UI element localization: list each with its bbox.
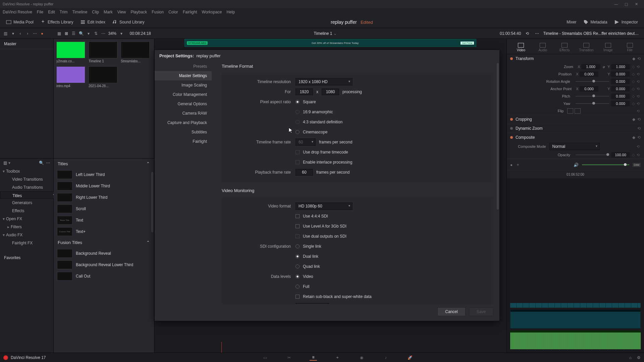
tab-file[interactable]: File <box>619 41 641 54</box>
speaker-icon[interactable]: 🔊 <box>574 163 579 167</box>
clip-thumb[interactable]: y2mate.co... <box>56 42 85 63</box>
clip-thumb[interactable]: Streamlabs... <box>121 42 150 63</box>
menu-item[interactable]: Help <box>226 10 235 14</box>
title-item[interactable]: Background Reveal Lower Third <box>54 259 154 270</box>
menu-item[interactable]: Fairlight <box>183 10 197 14</box>
cat-fairlight[interactable]: Fairlight <box>155 137 212 146</box>
reset-icon[interactable]: ⟲ <box>637 135 641 140</box>
reset-icon[interactable]: ⟲ <box>635 65 641 69</box>
title-item[interactable]: Custom TitleText+ <box>54 226 154 237</box>
tree-filters[interactable]: Filters <box>0 223 53 231</box>
pos-x-input[interactable]: 0.000 <box>580 71 598 77</box>
use-444-checkbox[interactable] <box>296 214 300 218</box>
media-pool-toggle[interactable]: Media Pool <box>3 16 37 28</box>
enable-dot-icon[interactable] <box>510 57 513 60</box>
keyframe-icon[interactable]: ◇ <box>631 87 635 91</box>
page-fairlight[interactable]: ♪ <box>382 355 389 361</box>
title-item[interactable]: Middle Lower Third <box>54 180 154 192</box>
opacity-input[interactable]: 100.00 <box>611 152 630 158</box>
pos-y-input[interactable]: 0.000 <box>611 71 630 77</box>
rotation-input[interactable]: 0.000 <box>611 79 630 84</box>
mini-timeline[interactable] <box>507 178 644 353</box>
flip-v-button[interactable] <box>575 108 581 114</box>
reset-icon[interactable]: ⟲ <box>635 102 641 106</box>
sdi-quad-radio[interactable] <box>296 264 300 268</box>
keyframe-icon[interactable]: ◆ <box>632 117 635 122</box>
tree-fairlightfx[interactable]: Fairlight FX <box>0 239 53 247</box>
cat-master-settings[interactable]: Master Settings <box>155 71 212 80</box>
keyframe-icon[interactable]: ◆ <box>632 135 635 140</box>
section-dynamic-zoom[interactable]: Dynamic Zoom⟲ <box>507 124 644 133</box>
gear-icon[interactable]: ⚙ <box>637 355 641 360</box>
menu-item[interactable]: Color <box>168 10 178 14</box>
tab-video[interactable]: Video <box>510 41 532 54</box>
bin-master[interactable]: Master <box>0 39 53 49</box>
page-fusion[interactable]: ✦ <box>334 355 341 361</box>
home-icon[interactable]: ⌂ <box>629 355 632 360</box>
bin-view-icon[interactable]: ▥ <box>3 30 8 37</box>
fusion-titles-category-header[interactable]: Fusion Titles⌃ <box>54 237 154 248</box>
tree-effects[interactable]: Effects <box>0 207 53 215</box>
clip-thumb[interactable]: intro.mp4 <box>56 66 85 88</box>
keyframe-icon[interactable]: ◇ <box>631 94 635 99</box>
scrollbar[interactable] <box>151 172 153 232</box>
zoom-percent[interactable]: 34% <box>108 31 116 36</box>
dot-icon[interactable]: ● <box>40 30 45 37</box>
list-view-icon[interactable]: ☰ <box>71 30 76 37</box>
cat-presets[interactable]: Presets <box>155 62 212 71</box>
page-deliver[interactable]: 🚀 <box>406 355 414 361</box>
keyframe-icon[interactable]: ◇ <box>631 65 635 69</box>
effects-library-toggle[interactable]: Effects Library <box>37 16 76 28</box>
retain-checkbox[interactable] <box>296 295 300 299</box>
chevron-down-icon[interactable]: ▾ <box>119 30 124 37</box>
reset-icon[interactable]: ⟲ <box>635 79 641 84</box>
menu-item[interactable]: Edit <box>48 10 55 14</box>
keyframe-icon[interactable]: ◇ <box>631 102 635 106</box>
chevron-up-icon[interactable]: ⌃ <box>146 161 150 166</box>
composite-mode-select[interactable]: Normal <box>549 143 600 150</box>
enable-dot-icon[interactable] <box>510 118 513 121</box>
timeline-name[interactable]: Timeline 1 <box>314 31 332 36</box>
tree-audio-transitions[interactable]: Audio Transitions <box>0 183 53 191</box>
menu-item[interactable]: Playback <box>130 10 147 14</box>
menu-item[interactable]: File <box>37 10 43 14</box>
mixer-toggle[interactable]: Mixer <box>556 16 580 28</box>
reset-icon[interactable]: ⟲ <box>635 144 641 149</box>
bitdepth-select[interactable]: 10 bit <box>296 303 329 304</box>
chevron-down-icon[interactable]: ⌄ <box>333 31 337 36</box>
nav-back-icon[interactable]: ‹ <box>18 30 23 37</box>
title-item[interactable]: Background Reveal <box>54 248 154 259</box>
title-item[interactable]: Left Lower Third <box>54 169 154 180</box>
menu-item[interactable]: View <box>117 10 126 14</box>
reset-icon[interactable]: ⟲ <box>637 126 641 131</box>
menu-item[interactable]: Fusion <box>152 10 164 14</box>
reset-icon[interactable]: ⟲ <box>637 56 641 61</box>
chevron-down-icon[interactable]: ▾ <box>8 161 10 165</box>
panel-view-icon[interactable]: ▥ <box>3 161 7 165</box>
yaw-input[interactable]: 0.000 <box>611 101 630 106</box>
menu-item[interactable]: Mark <box>104 10 113 14</box>
cat-capture-playback[interactable]: Capture and Playback <box>155 118 212 127</box>
height-input[interactable]: 1080 <box>322 88 339 95</box>
title-item[interactable]: Scroll <box>54 203 154 215</box>
reset-icon[interactable]: ⟲ <box>635 87 641 91</box>
cat-subtitles[interactable]: Subtitles <box>155 127 212 137</box>
keyframe-icon[interactable]: ◇ <box>631 79 635 84</box>
cat-image-scaling[interactable]: Image Scaling <box>155 80 212 90</box>
reset-icon[interactable]: ⟲ <box>635 72 641 76</box>
link-icon[interactable]: ⌀ <box>603 65 605 69</box>
keyframe-dot-icon[interactable]: ● <box>510 163 513 167</box>
level-a-checkbox[interactable] <box>296 224 300 228</box>
clip-thumb[interactable]: Timeline 1 <box>89 42 117 63</box>
keyframe-icon[interactable]: ◇ <box>631 72 635 76</box>
grid-view-icon[interactable]: ⊞ <box>64 30 69 37</box>
pitch-slider[interactable] <box>576 96 609 97</box>
playback-framerate-input[interactable]: 60 <box>296 169 313 176</box>
tree-favorites[interactable]: Favorites <box>0 254 53 262</box>
more-icon[interactable]: ⋯ <box>33 30 37 37</box>
rotation-slider[interactable] <box>576 81 609 82</box>
tree-video-transitions[interactable]: Video Transitions <box>0 175 53 183</box>
yaw-slider[interactable] <box>576 103 609 104</box>
tab-transition[interactable]: Transition <box>575 41 597 54</box>
edit-index-toggle[interactable]: Edit Index <box>77 16 109 28</box>
